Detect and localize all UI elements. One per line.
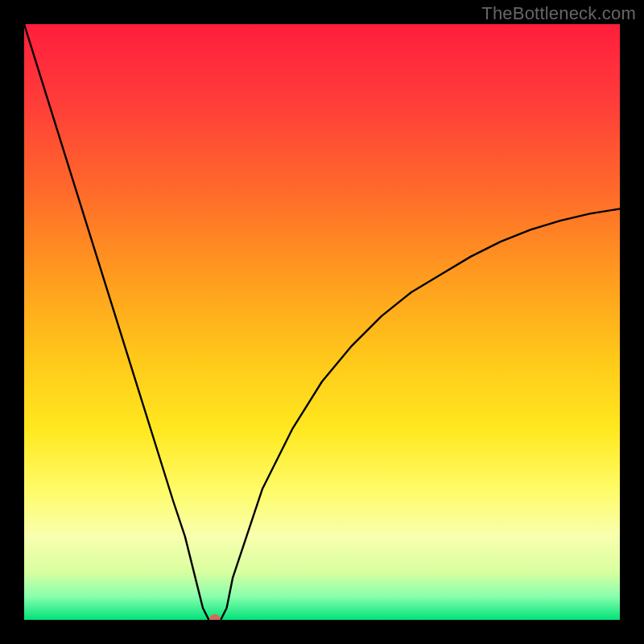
plot-area: [24, 24, 620, 620]
chart-frame: TheBottleneck.com: [0, 0, 644, 644]
chart-svg: [24, 24, 620, 620]
watermark-text: TheBottleneck.com: [481, 3, 636, 24]
optimal-point-marker: [209, 614, 221, 620]
bottleneck-curve: [24, 24, 620, 620]
